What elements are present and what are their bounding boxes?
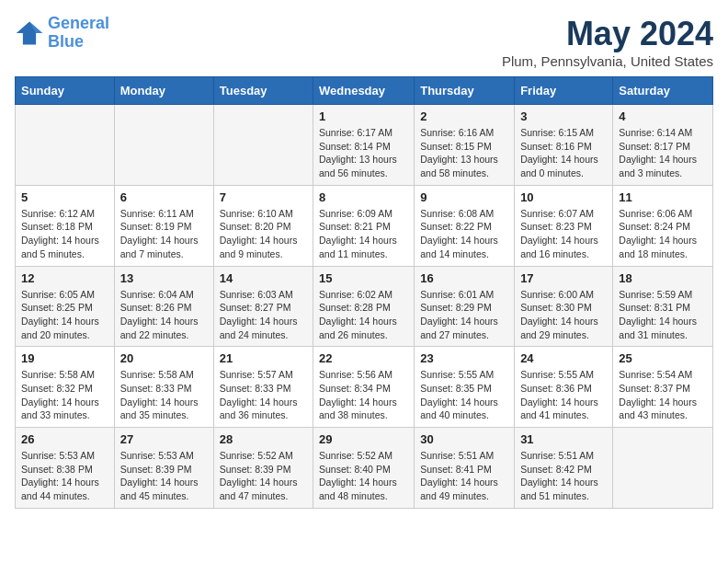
sunrise-text: Sunrise: 6:06 AM bbox=[619, 207, 707, 221]
day-number: 28 bbox=[220, 432, 307, 446]
cell-content: Sunrise: 5:52 AM Sunset: 8:39 PM Dayligh… bbox=[220, 449, 307, 503]
sunrise-text: Sunrise: 6:15 AM bbox=[520, 126, 607, 140]
sunset-text: Sunset: 8:30 PM bbox=[520, 301, 607, 315]
sunset-text: Sunset: 8:37 PM bbox=[619, 382, 707, 396]
cell-content: Sunrise: 5:55 AM Sunset: 8:36 PM Dayligh… bbox=[520, 368, 607, 422]
sunset-text: Sunset: 8:33 PM bbox=[220, 382, 307, 396]
cell-content: Sunrise: 6:14 AM Sunset: 8:17 PM Dayligh… bbox=[619, 126, 707, 180]
cell-content: Sunrise: 6:17 AM Sunset: 8:14 PM Dayligh… bbox=[319, 126, 408, 180]
month-title: May 2024 bbox=[502, 15, 713, 53]
day-number: 30 bbox=[420, 432, 508, 446]
daylight-text: Daylight: 14 hours and 24 minutes. bbox=[220, 315, 307, 341]
daylight-text: Daylight: 14 hours and 47 minutes. bbox=[220, 476, 307, 502]
sunset-text: Sunset: 8:26 PM bbox=[120, 301, 208, 315]
sunrise-text: Sunrise: 5:58 AM bbox=[120, 368, 208, 382]
calendar-cell: 18 Sunrise: 5:59 AM Sunset: 8:31 PM Dayl… bbox=[613, 266, 713, 347]
cell-content: Sunrise: 5:57 AM Sunset: 8:33 PM Dayligh… bbox=[220, 368, 307, 422]
sunset-text: Sunset: 8:25 PM bbox=[21, 301, 108, 315]
sunset-text: Sunset: 8:21 PM bbox=[319, 220, 408, 234]
sunrise-text: Sunrise: 6:10 AM bbox=[220, 207, 307, 221]
day-number: 27 bbox=[120, 432, 208, 446]
sunrise-text: Sunrise: 5:52 AM bbox=[319, 449, 408, 463]
calendar-cell: 4 Sunrise: 6:14 AM Sunset: 8:17 PM Dayli… bbox=[613, 105, 713, 186]
week-row-5: 26 Sunrise: 5:53 AM Sunset: 8:38 PM Dayl… bbox=[16, 428, 713, 509]
calendar-table: SundayMondayTuesdayWednesdayThursdayFrid… bbox=[15, 76, 713, 509]
sunset-text: Sunset: 8:32 PM bbox=[21, 382, 108, 396]
daylight-text: Daylight: 14 hours and 27 minutes. bbox=[420, 315, 508, 341]
sunrise-text: Sunrise: 6:01 AM bbox=[420, 288, 508, 302]
calendar-cell: 11 Sunrise: 6:06 AM Sunset: 8:24 PM Dayl… bbox=[613, 185, 713, 266]
calendar-cell: 2 Sunrise: 6:16 AM Sunset: 8:15 PM Dayli… bbox=[415, 105, 515, 186]
sunset-text: Sunset: 8:33 PM bbox=[120, 382, 208, 396]
sunrise-text: Sunrise: 5:51 AM bbox=[520, 449, 607, 463]
day-number: 1 bbox=[319, 109, 408, 123]
cell-content: Sunrise: 6:10 AM Sunset: 8:20 PM Dayligh… bbox=[220, 207, 307, 261]
cell-content: Sunrise: 5:51 AM Sunset: 8:42 PM Dayligh… bbox=[520, 449, 607, 503]
cell-content: Sunrise: 6:16 AM Sunset: 8:15 PM Dayligh… bbox=[420, 126, 508, 180]
sunset-text: Sunset: 8:38 PM bbox=[21, 463, 108, 477]
calendar-cell bbox=[213, 105, 313, 186]
calendar-cell: 17 Sunrise: 6:00 AM Sunset: 8:30 PM Dayl… bbox=[515, 266, 613, 347]
calendar-cell: 23 Sunrise: 5:55 AM Sunset: 8:35 PM Dayl… bbox=[415, 347, 515, 428]
day-number: 6 bbox=[120, 190, 208, 204]
sunset-text: Sunset: 8:34 PM bbox=[319, 382, 408, 396]
day-number: 26 bbox=[21, 432, 108, 446]
sunrise-text: Sunrise: 6:04 AM bbox=[120, 288, 208, 302]
day-number: 29 bbox=[319, 432, 408, 446]
daylight-text: Daylight: 14 hours and 29 minutes. bbox=[520, 315, 607, 341]
sunrise-text: Sunrise: 5:55 AM bbox=[420, 368, 508, 382]
logo-text: General Blue bbox=[48, 15, 109, 52]
day-number: 17 bbox=[520, 271, 607, 285]
day-number: 21 bbox=[220, 351, 307, 365]
day-number: 25 bbox=[619, 351, 707, 365]
sunrise-text: Sunrise: 6:02 AM bbox=[319, 288, 408, 302]
calendar-cell: 27 Sunrise: 5:53 AM Sunset: 8:39 PM Dayl… bbox=[114, 428, 213, 509]
header-sunday: Sunday bbox=[16, 77, 115, 105]
cell-content: Sunrise: 6:04 AM Sunset: 8:26 PM Dayligh… bbox=[120, 288, 208, 342]
cell-content: Sunrise: 5:54 AM Sunset: 8:37 PM Dayligh… bbox=[619, 368, 707, 422]
calendar-cell: 5 Sunrise: 6:12 AM Sunset: 8:18 PM Dayli… bbox=[16, 185, 115, 266]
day-number: 8 bbox=[319, 190, 408, 204]
daylight-text: Daylight: 14 hours and 26 minutes. bbox=[319, 315, 408, 341]
sunset-text: Sunset: 8:39 PM bbox=[220, 463, 307, 477]
sunset-text: Sunset: 8:42 PM bbox=[520, 463, 607, 477]
page-header: General Blue May 2024 Plum, Pennsylvania… bbox=[15, 15, 713, 69]
calendar-cell bbox=[613, 428, 713, 509]
sunrise-text: Sunrise: 6:03 AM bbox=[220, 288, 307, 302]
sunset-text: Sunset: 8:39 PM bbox=[120, 463, 208, 477]
calendar-cell: 31 Sunrise: 5:51 AM Sunset: 8:42 PM Dayl… bbox=[515, 428, 613, 509]
daylight-text: Daylight: 14 hours and 38 minutes. bbox=[319, 396, 408, 422]
cell-content: Sunrise: 6:09 AM Sunset: 8:21 PM Dayligh… bbox=[319, 207, 408, 261]
day-number: 19 bbox=[21, 351, 108, 365]
daylight-text: Daylight: 14 hours and 16 minutes. bbox=[520, 234, 607, 260]
calendar-cell: 28 Sunrise: 5:52 AM Sunset: 8:39 PM Dayl… bbox=[213, 428, 313, 509]
sunset-text: Sunset: 8:27 PM bbox=[220, 301, 307, 315]
calendar-cell: 25 Sunrise: 5:54 AM Sunset: 8:37 PM Dayl… bbox=[613, 347, 713, 428]
day-number: 15 bbox=[319, 271, 408, 285]
cell-content: Sunrise: 5:51 AM Sunset: 8:41 PM Dayligh… bbox=[420, 449, 508, 503]
sunset-text: Sunset: 8:23 PM bbox=[520, 220, 607, 234]
sunrise-text: Sunrise: 6:09 AM bbox=[319, 207, 408, 221]
cell-content: Sunrise: 6:15 AM Sunset: 8:16 PM Dayligh… bbox=[520, 126, 607, 180]
sunset-text: Sunset: 8:28 PM bbox=[319, 301, 408, 315]
calendar-cell: 14 Sunrise: 6:03 AM Sunset: 8:27 PM Dayl… bbox=[213, 266, 313, 347]
sunrise-text: Sunrise: 6:07 AM bbox=[520, 207, 607, 221]
sunset-text: Sunset: 8:29 PM bbox=[420, 301, 508, 315]
cell-content: Sunrise: 6:07 AM Sunset: 8:23 PM Dayligh… bbox=[520, 207, 607, 261]
day-number: 23 bbox=[420, 351, 508, 365]
calendar-cell: 10 Sunrise: 6:07 AM Sunset: 8:23 PM Dayl… bbox=[515, 185, 613, 266]
sunset-text: Sunset: 8:40 PM bbox=[319, 463, 408, 477]
day-number: 5 bbox=[21, 190, 108, 204]
sunset-text: Sunset: 8:16 PM bbox=[520, 140, 607, 154]
daylight-text: Daylight: 14 hours and 20 minutes. bbox=[21, 315, 108, 341]
calendar-cell: 24 Sunrise: 5:55 AM Sunset: 8:36 PM Dayl… bbox=[515, 347, 613, 428]
week-row-4: 19 Sunrise: 5:58 AM Sunset: 8:32 PM Dayl… bbox=[16, 347, 713, 428]
cell-content: Sunrise: 6:11 AM Sunset: 8:19 PM Dayligh… bbox=[120, 207, 208, 261]
cell-content: Sunrise: 5:53 AM Sunset: 8:38 PM Dayligh… bbox=[21, 449, 108, 503]
sunset-text: Sunset: 8:15 PM bbox=[420, 140, 508, 154]
daylight-text: Daylight: 14 hours and 7 minutes. bbox=[120, 234, 208, 260]
daylight-text: Daylight: 14 hours and 35 minutes. bbox=[120, 396, 208, 422]
daylight-text: Daylight: 14 hours and 41 minutes. bbox=[520, 396, 607, 422]
daylight-text: Daylight: 14 hours and 51 minutes. bbox=[520, 476, 607, 502]
logo-line1: General bbox=[48, 14, 109, 32]
